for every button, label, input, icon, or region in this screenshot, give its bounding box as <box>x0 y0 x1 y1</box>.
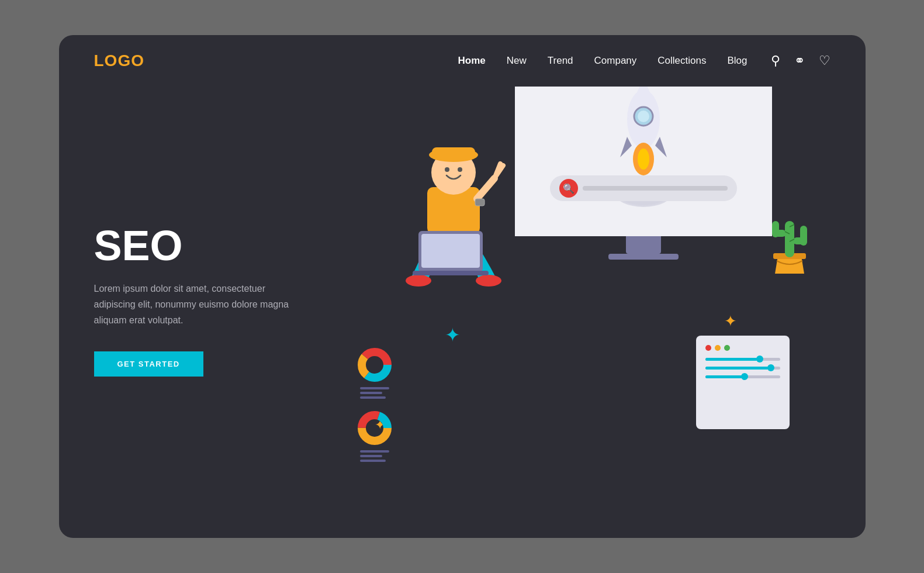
slider-row-2 <box>705 367 780 370</box>
donut-charts-area <box>357 347 392 462</box>
navbar: LOGO Home New Trend Company Collections … <box>59 35 866 87</box>
svg-point-20 <box>458 167 462 172</box>
svg-point-14 <box>476 275 501 286</box>
slider-row-1 <box>705 358 780 361</box>
monitor-base <box>608 254 679 260</box>
monitor: 🔍 <box>503 87 784 265</box>
nav-item-new[interactable]: New <box>507 55 527 67</box>
hero-text: SEO Lorem ipsum dolor sit amet, consecte… <box>94 225 340 377</box>
person-svg <box>386 123 527 286</box>
nav-item-home[interactable]: Home <box>458 55 486 67</box>
hero-section: SEO Lorem ipsum dolor sit amet, consecte… <box>59 87 866 538</box>
svg-point-10 <box>638 111 649 122</box>
svg-point-19 <box>445 167 449 172</box>
dot-green <box>724 345 730 351</box>
monitor-stand <box>626 236 661 254</box>
dot-orange <box>715 345 721 351</box>
search-bar-fill <box>583 186 728 191</box>
hero-description: Lorem ipsum dolor sit amet, consectetuer… <box>94 281 293 329</box>
donut-chart-2 <box>357 410 392 462</box>
search-circle-icon: 🔍 <box>559 179 578 198</box>
svg-rect-26 <box>413 271 489 275</box>
panel-dots <box>705 345 780 351</box>
sparkle-icon-1: ✦ <box>445 324 461 346</box>
nav-item-collections[interactable]: Collections <box>657 55 706 67</box>
sparkle-icon-3: ✦ <box>724 312 737 330</box>
svg-line-21 <box>477 178 494 199</box>
user-icon[interactable]: ⚭ <box>794 53 805 68</box>
svg-point-12 <box>638 149 649 170</box>
svg-rect-33 <box>800 226 807 246</box>
svg-rect-25 <box>421 234 480 268</box>
logo: LOGO <box>94 51 144 70</box>
nav-item-blog[interactable]: Blog <box>727 55 747 67</box>
cactus-svg <box>766 209 813 274</box>
nav-icons: ⚲ ⚭ ♡ <box>771 53 830 68</box>
monitor-screen: 🔍 <box>515 87 772 236</box>
heart-icon[interactable]: ♡ <box>819 53 830 68</box>
svg-rect-27 <box>475 199 485 206</box>
donut-lines-2 <box>360 450 389 462</box>
get-started-button[interactable]: GET STARTED <box>94 351 203 377</box>
slider-row-3 <box>705 375 780 378</box>
hero-title: SEO <box>94 225 340 267</box>
person-illustration <box>386 123 527 289</box>
nav-item-company[interactable]: Company <box>594 55 637 67</box>
settings-panel <box>696 336 790 429</box>
cactus-illustration <box>766 209 813 283</box>
search-icon[interactable]: ⚲ <box>771 53 780 68</box>
search-bar: 🔍 <box>550 175 737 201</box>
app-window: LOGO Home New Trend Company Collections … <box>59 35 866 538</box>
svg-rect-18 <box>432 147 475 158</box>
nav-links: Home New Trend Company Collections Blog <box>458 55 747 67</box>
svg-rect-31 <box>772 221 779 237</box>
nav-item-trend[interactable]: Trend <box>548 55 573 67</box>
dot-red <box>705 345 711 351</box>
donut-lines-1 <box>360 387 389 399</box>
svg-point-13 <box>406 275 431 286</box>
rocket-svg <box>608 87 679 189</box>
donut-chart-1 <box>357 347 392 399</box>
